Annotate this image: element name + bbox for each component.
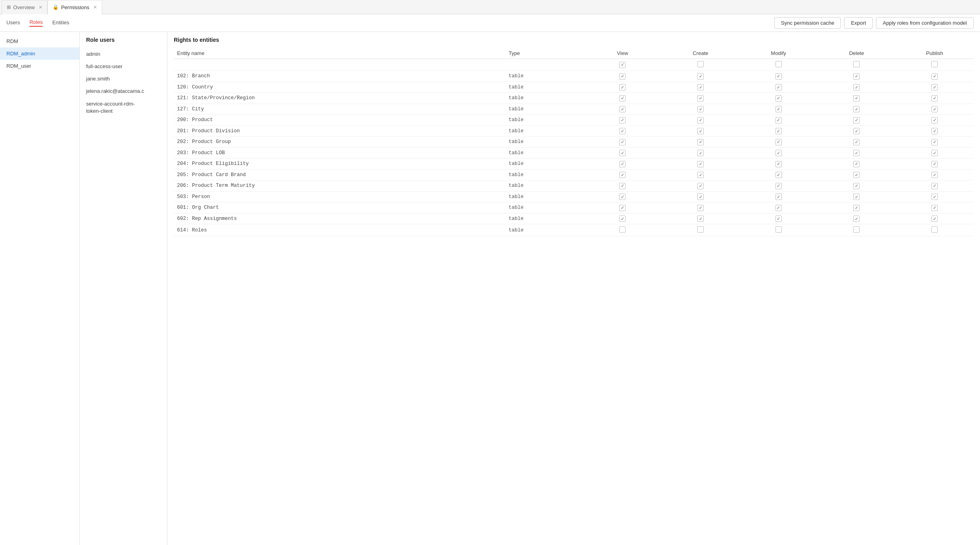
- publish-checkbox[interactable]: [931, 183, 938, 189]
- modify-cell[interactable]: [740, 137, 818, 148]
- publish-checkbox[interactable]: [931, 95, 938, 102]
- view-checkbox[interactable]: [619, 226, 626, 233]
- modify-checkbox[interactable]: [775, 205, 782, 211]
- user-item[interactable]: admin: [80, 48, 167, 60]
- delete-cell[interactable]: [818, 180, 896, 192]
- modify-cell[interactable]: [740, 115, 818, 126]
- modify-cell[interactable]: [740, 180, 818, 192]
- create-checkbox[interactable]: [697, 106, 704, 112]
- publish-cell[interactable]: [895, 104, 974, 115]
- modify-checkbox[interactable]: [775, 161, 782, 167]
- modify-cell[interactable]: [740, 147, 818, 159]
- delete-checkbox[interactable]: [853, 84, 860, 90]
- delete-checkbox[interactable]: [853, 172, 860, 178]
- view-all-checkbox[interactable]: [619, 62, 626, 68]
- view-checkbox[interactable]: [619, 194, 626, 200]
- view-checkbox[interactable]: [619, 95, 626, 102]
- publish-cell[interactable]: [895, 71, 974, 82]
- view-cell[interactable]: [583, 224, 661, 236]
- create-checkbox[interactable]: [697, 128, 704, 134]
- delete-checkbox[interactable]: [853, 205, 860, 211]
- tab-overview[interactable]: ⊞ Overview ✕: [2, 0, 47, 14]
- view-checkbox[interactable]: [619, 106, 626, 112]
- header-create-cb[interactable]: [661, 59, 740, 71]
- delete-cell[interactable]: [818, 202, 896, 214]
- view-checkbox[interactable]: [619, 205, 626, 211]
- create-checkbox[interactable]: [697, 73, 704, 80]
- publish-checkbox[interactable]: [931, 172, 938, 178]
- create-checkbox[interactable]: [697, 172, 704, 178]
- publish-cell[interactable]: [895, 82, 974, 93]
- role-item-rdm-admin[interactable]: RDM_admin: [0, 47, 79, 60]
- publish-checkbox[interactable]: [931, 84, 938, 90]
- modify-cell[interactable]: [740, 82, 818, 93]
- delete-cell[interactable]: [818, 104, 896, 115]
- publish-cell[interactable]: [895, 202, 974, 214]
- publish-checkbox[interactable]: [931, 117, 938, 124]
- delete-checkbox[interactable]: [853, 183, 860, 189]
- publish-checkbox[interactable]: [931, 150, 938, 156]
- modify-checkbox[interactable]: [775, 95, 782, 102]
- delete-all-checkbox[interactable]: [853, 61, 860, 67]
- delete-checkbox[interactable]: [853, 73, 860, 80]
- publish-checkbox[interactable]: [931, 128, 938, 134]
- view-checkbox[interactable]: [619, 216, 626, 222]
- delete-checkbox[interactable]: [853, 216, 860, 222]
- create-cell[interactable]: [661, 71, 740, 82]
- modify-all-checkbox[interactable]: [775, 61, 782, 67]
- apply-roles-button[interactable]: Apply roles from configuration model: [876, 17, 974, 29]
- view-checkbox[interactable]: [619, 84, 626, 90]
- modify-cell[interactable]: [740, 104, 818, 115]
- view-checkbox[interactable]: [619, 73, 626, 80]
- create-checkbox[interactable]: [697, 117, 704, 124]
- tab-overview-close[interactable]: ✕: [39, 5, 42, 10]
- modify-cell[interactable]: [740, 93, 818, 104]
- view-cell[interactable]: [583, 191, 661, 202]
- publish-checkbox[interactable]: [931, 226, 938, 233]
- delete-checkbox[interactable]: [853, 194, 860, 200]
- publish-checkbox[interactable]: [931, 216, 938, 222]
- delete-checkbox[interactable]: [853, 150, 860, 156]
- create-cell[interactable]: [661, 137, 740, 148]
- publish-cell[interactable]: [895, 169, 974, 180]
- create-cell[interactable]: [661, 191, 740, 202]
- sync-button[interactable]: Sync permission cache: [774, 17, 841, 29]
- view-cell[interactable]: [583, 213, 661, 224]
- delete-cell[interactable]: [818, 169, 896, 180]
- create-checkbox[interactable]: [697, 216, 704, 222]
- modify-checkbox[interactable]: [775, 183, 782, 189]
- delete-cell[interactable]: [818, 191, 896, 202]
- create-checkbox[interactable]: [697, 150, 704, 156]
- delete-cell[interactable]: [818, 115, 896, 126]
- create-cell[interactable]: [661, 104, 740, 115]
- publish-cell[interactable]: [895, 115, 974, 126]
- publish-cell[interactable]: [895, 137, 974, 148]
- publish-cell[interactable]: [895, 147, 974, 159]
- create-checkbox[interactable]: [697, 226, 704, 233]
- create-checkbox[interactable]: [697, 194, 704, 200]
- modify-cell[interactable]: [740, 159, 818, 170]
- delete-cell[interactable]: [818, 147, 896, 159]
- modify-checkbox[interactable]: [775, 216, 782, 222]
- create-checkbox[interactable]: [697, 139, 704, 145]
- header-view-cb[interactable]: [583, 59, 661, 71]
- delete-cell[interactable]: [818, 224, 896, 236]
- delete-cell[interactable]: [818, 137, 896, 148]
- create-cell[interactable]: [661, 169, 740, 180]
- delete-cell[interactable]: [818, 82, 896, 93]
- header-modify-cb[interactable]: [740, 59, 818, 71]
- create-cell[interactable]: [661, 224, 740, 236]
- view-cell[interactable]: [583, 137, 661, 148]
- publish-checkbox[interactable]: [931, 139, 938, 145]
- delete-cell[interactable]: [818, 125, 896, 137]
- view-cell[interactable]: [583, 202, 661, 214]
- view-cell[interactable]: [583, 169, 661, 180]
- view-checkbox[interactable]: [619, 150, 626, 156]
- nav-roles[interactable]: Roles: [30, 19, 43, 27]
- publish-checkbox[interactable]: [931, 161, 938, 167]
- view-cell[interactable]: [583, 93, 661, 104]
- create-cell[interactable]: [661, 202, 740, 214]
- create-cell[interactable]: [661, 159, 740, 170]
- delete-checkbox[interactable]: [853, 226, 860, 233]
- publish-checkbox[interactable]: [931, 194, 938, 200]
